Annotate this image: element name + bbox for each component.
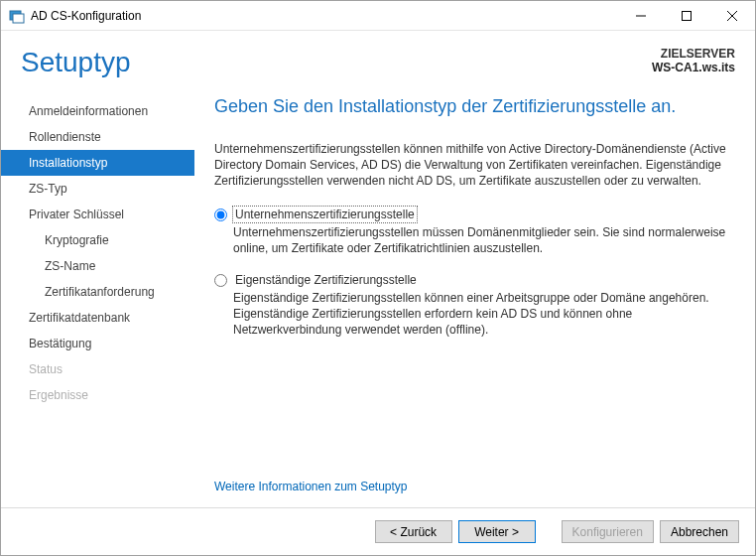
close-button[interactable] [709,1,755,31]
minimize-button[interactable] [618,1,664,31]
content-title: Geben Sie den Installationstyp der Zerti… [214,96,729,117]
sidebar-item-6[interactable]: ZS-Name [1,253,194,279]
target-label: ZIELSERVER [652,47,735,61]
sidebar-item-3[interactable]: ZS-Typ [1,176,194,202]
back-button[interactable]: < Zurück [375,520,452,543]
cancel-button[interactable]: Abbrechen [660,520,739,543]
option-desc-0: Unternehmenszertifizierungsstellen müsse… [233,224,729,256]
option-desc-1: Eigenständige Zertifizierungsstellen kön… [233,290,729,338]
wizard-sidebar: AnmeldeinformationenRollendiensteInstall… [1,92,194,496]
sidebar-item-8[interactable]: Zertifikatdatenbank [1,305,194,331]
title-bar: AD CS-Konfiguration [1,1,755,31]
page-heading: Setuptyp [21,47,652,78]
sidebar-item-9[interactable]: Bestätigung [1,331,194,356]
sidebar-item-4[interactable]: Privater Schlüssel [1,202,194,227]
option-1: Eigenständige ZertifizierungsstelleEigen… [214,272,729,338]
option-radio-1[interactable] [214,274,227,287]
app-icon [9,8,25,24]
option-title-1: Eigenständige Zertifizierungsstelle [233,272,419,288]
configure-button[interactable]: Konfigurieren [562,520,654,543]
wizard-content: Geben Sie den Installationstyp der Zerti… [194,92,755,496]
window-title: AD CS-Konfiguration [31,9,141,23]
option-radio-0[interactable] [214,208,227,221]
wizard-header: Setuptyp ZIELSERVER WS-CA1.ws.its [1,31,755,84]
svg-rect-3 [683,11,692,20]
sidebar-item-2[interactable]: Installationstyp [1,150,194,176]
option-title-0: Unternehmenszertifizierungsstelle [233,207,417,222]
sidebar-item-11: Ergebnisse [1,382,194,408]
sidebar-item-1[interactable]: Rollendienste [1,124,194,150]
sidebar-item-0[interactable]: Anmeldeinformationen [1,98,194,124]
svg-rect-1 [13,14,24,23]
sidebar-item-5[interactable]: Kryptografie [1,227,194,253]
wizard-footer: < Zurück Weiter > Konfigurieren Abbreche… [1,507,755,555]
sidebar-item-10: Status [1,356,194,382]
more-info-link[interactable]: Weitere Informationen zum Setuptyp [214,480,408,493]
intro-text: Unternehmenszertifizierungsstellen könne… [214,141,729,189]
target-server-block: ZIELSERVER WS-CA1.ws.its [652,47,735,74]
target-server: WS-CA1.ws.its [652,61,735,74]
maximize-button[interactable] [664,1,709,31]
option-0: UnternehmenszertifizierungsstelleUnterne… [214,207,729,256]
sidebar-item-7[interactable]: Zertifikatanforderung [1,279,194,305]
next-button[interactable]: Weiter > [458,520,536,543]
